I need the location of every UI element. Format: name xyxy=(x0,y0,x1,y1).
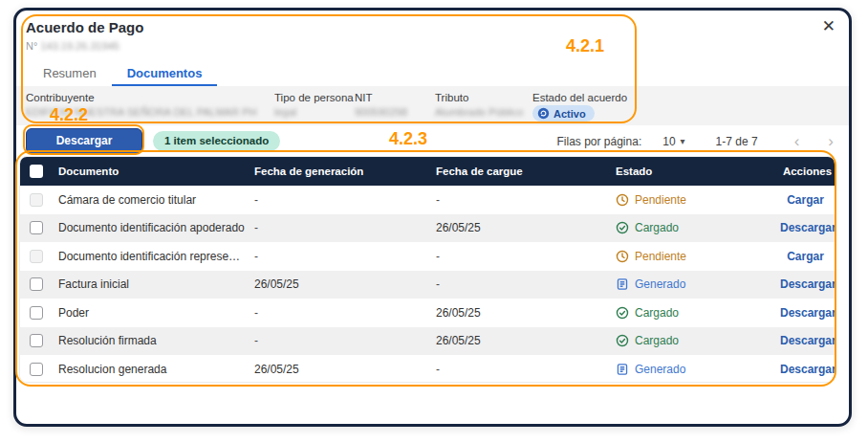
action-link[interactable]: Cargar xyxy=(780,250,835,263)
fecha-cargue: 26/05/25 xyxy=(436,221,616,234)
action-link[interactable]: Descargar xyxy=(780,363,835,376)
clock-icon xyxy=(616,250,629,263)
field-label: NIT xyxy=(355,92,407,103)
refresh-circle-icon xyxy=(537,107,550,120)
status-label: Generado xyxy=(635,277,685,291)
document-name: Documento identificación apoderado xyxy=(58,221,254,234)
summary-band: Contribuyente EDIFICIO NUESTRA SEÑORA DE… xyxy=(16,86,849,125)
acuerdo-de-pago-modal: Acuerdo de Pago N° 143.19.26.31945 ✕ Res… xyxy=(13,8,852,427)
tab-resumen[interactable]: Resumen xyxy=(28,59,112,87)
agreement-number-value: 143.19.26.31945 xyxy=(40,40,119,52)
row-checkbox xyxy=(30,193,43,207)
fecha-generacion: - xyxy=(254,306,436,320)
row-checkbox[interactable] xyxy=(30,277,43,291)
document-name: Resolución firmada xyxy=(58,334,254,347)
field-label: Contribuyente xyxy=(26,92,256,103)
status-badge-label: Activo xyxy=(553,108,586,120)
column-header-fecha-cargue: Fecha de cargue xyxy=(436,166,616,177)
check-circle-icon xyxy=(616,306,629,320)
documents-table: Documento Fecha de generación Fecha de c… xyxy=(19,156,835,383)
next-page-icon[interactable]: › xyxy=(828,133,834,149)
fecha-cargue: - xyxy=(436,277,616,291)
fecha-cargue: - xyxy=(436,363,616,376)
select-all-checkbox[interactable] xyxy=(30,165,43,178)
column-header-fecha-generacion: Fecha de generación xyxy=(254,166,436,177)
status-label: Cargado xyxy=(635,334,679,347)
status-cell: Generado xyxy=(616,363,780,376)
page-background: Acuerdo de Pago N° 143.19.26.31945 ✕ Res… xyxy=(0,0,868,443)
rows-per-page-value: 10 xyxy=(662,135,675,148)
check-circle-icon xyxy=(616,334,629,347)
table-row: Resolución firmada - 26/05/25 Cargado De… xyxy=(20,327,835,356)
field-estado-del-acuerdo: Estado del acuerdo Activo xyxy=(532,92,627,123)
fecha-generacion: - xyxy=(254,193,436,207)
table-row: Documento identificación representan... … xyxy=(20,242,835,271)
field-nit: NIT 900590298 xyxy=(355,92,407,118)
document-name: Cámara de comercio titular xyxy=(58,193,254,207)
field-contribuyente: Contribuyente EDIFICIO NUESTRA SEÑORA DE… xyxy=(26,92,256,118)
table-row: Factura inicial 26/05/25 - Generado Desc… xyxy=(20,271,835,299)
action-link[interactable]: Descargar xyxy=(780,277,835,291)
status-cell: Pendiente xyxy=(616,193,780,207)
pagination: Filas por página: 10 ▾ 1-7 de 7 ‹ › xyxy=(557,128,835,154)
field-value: legal xyxy=(274,106,354,118)
check-circle-icon xyxy=(616,221,629,234)
page-range-label: 1-7 de 7 xyxy=(716,135,758,148)
rows-per-page-select[interactable]: 10 ▾ xyxy=(662,135,684,148)
table-row: Documento identificación apoderado - 26/… xyxy=(20,214,835,243)
column-header-estado: Estado xyxy=(616,166,780,177)
document-name: Factura inicial xyxy=(58,277,254,291)
fecha-cargue: 26/05/25 xyxy=(436,306,616,320)
clock-icon xyxy=(616,193,629,207)
row-checkbox[interactable] xyxy=(30,363,43,376)
document-name: Documento identificación representan... xyxy=(58,250,254,263)
table-header: Documento Fecha de generación Fecha de c… xyxy=(20,157,835,186)
action-link[interactable]: Descargar xyxy=(780,221,835,234)
fecha-generacion: - xyxy=(254,250,436,263)
field-value: Alumbrado Público xyxy=(435,106,523,118)
agreement-number-label: N° xyxy=(26,40,37,52)
field-value: EDIFICIO NUESTRA SEÑORA DEL PALMAR PH xyxy=(26,106,256,118)
tab-documentos[interactable]: Documentos xyxy=(112,59,218,87)
status-cell: Generado xyxy=(616,277,780,291)
field-tipo-de-persona: Tipo de persona legal xyxy=(274,92,354,118)
fecha-generacion: 26/05/25 xyxy=(254,363,436,376)
status-cell: Pendiente xyxy=(616,250,780,263)
fecha-cargue: 26/05/25 xyxy=(436,334,616,347)
status-cell: Cargado xyxy=(616,306,780,320)
fecha-generacion: 26/05/25 xyxy=(254,277,436,291)
close-icon[interactable]: ✕ xyxy=(822,18,835,34)
status-badge: Activo xyxy=(532,105,595,122)
field-label: Tributo xyxy=(435,92,523,103)
previous-page-icon[interactable]: ‹ xyxy=(794,133,800,149)
document-icon xyxy=(616,277,629,291)
status-cell: Cargado xyxy=(616,221,780,234)
document-name: Resolucion generada xyxy=(58,363,254,376)
document-name: Poder xyxy=(58,306,254,320)
table-row: Resolucion generada 26/05/25 - Generado … xyxy=(20,355,835,383)
tab-bar: Resumen Documentos xyxy=(28,59,217,87)
fecha-generacion: - xyxy=(254,334,436,347)
action-link[interactable]: Descargar xyxy=(780,306,835,320)
fecha-cargue: - xyxy=(436,250,616,263)
row-checkbox[interactable] xyxy=(30,334,43,347)
agreement-number: N° 143.19.26.31945 xyxy=(26,40,119,52)
table-body: Cámara de comercio titular - - Pendiente… xyxy=(20,186,835,383)
status-label: Pendiente xyxy=(635,250,686,263)
field-tributo: Tributo Alumbrado Público xyxy=(435,92,523,118)
status-cell: Cargado xyxy=(616,334,780,347)
rows-per-page-label: Filas por página: xyxy=(557,135,642,148)
column-header-acciones: Acciones xyxy=(780,166,835,177)
action-link[interactable]: Descargar xyxy=(780,334,835,347)
row-checkbox xyxy=(30,250,43,263)
table-row: Poder - 26/05/25 Cargado Descargar xyxy=(20,299,835,327)
modal-title: Acuerdo de Pago xyxy=(26,19,143,35)
status-label: Cargado xyxy=(635,221,679,234)
action-link[interactable]: Cargar xyxy=(780,193,835,207)
row-checkbox[interactable] xyxy=(30,306,43,320)
column-header-documento: Documento xyxy=(58,166,254,177)
status-label: Cargado xyxy=(635,306,679,320)
descargar-documentos-button[interactable]: Descargar documentos xyxy=(26,128,142,154)
row-checkbox[interactable] xyxy=(30,221,43,234)
fecha-cargue: - xyxy=(436,193,616,207)
